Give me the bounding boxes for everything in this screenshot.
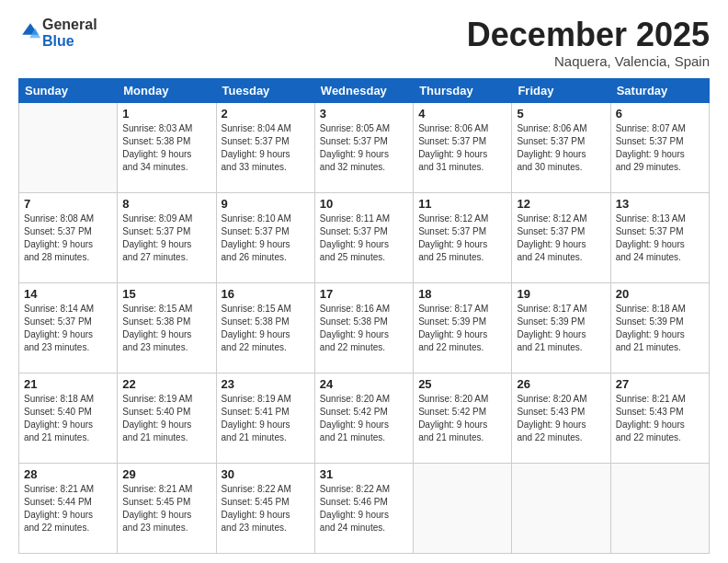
table-row: 9Sunrise: 8:10 AMSunset: 5:37 PMDaylight… [216, 192, 314, 282]
day-info: Sunrise: 8:15 AMSunset: 5:38 PMDaylight:… [222, 303, 310, 354]
day-number: 28 [24, 467, 112, 481]
day-info: Sunrise: 8:22 AMSunset: 5:45 PMDaylight:… [222, 483, 310, 534]
day-number: 16 [222, 287, 310, 301]
day-number: 1 [122, 107, 210, 121]
day-number: 24 [320, 377, 408, 391]
day-info: Sunrise: 8:04 AMSunset: 5:37 PMDaylight:… [222, 122, 310, 174]
day-info: Sunrise: 8:17 AMSunset: 5:39 PMDaylight:… [517, 303, 605, 354]
day-info: Sunrise: 8:22 AMSunset: 5:46 PMDaylight:… [320, 483, 408, 534]
day-info: Sunrise: 8:11 AMSunset: 5:37 PMDaylight:… [320, 213, 408, 264]
calendar-week-row: 14Sunrise: 8:14 AMSunset: 5:37 PMDayligh… [19, 282, 710, 373]
calendar-week-row: 21Sunrise: 8:18 AMSunset: 5:40 PMDayligh… [19, 373, 710, 463]
day-number: 31 [320, 467, 408, 481]
day-info: Sunrise: 8:21 AMSunset: 5:44 PMDaylight:… [24, 483, 112, 534]
day-info: Sunrise: 8:20 AMSunset: 5:42 PMDaylight:… [320, 393, 408, 444]
table-row: 22Sunrise: 8:19 AMSunset: 5:40 PMDayligh… [118, 373, 216, 463]
day-info: Sunrise: 8:05 AMSunset: 5:37 PMDaylight:… [320, 122, 408, 174]
table-row: 11Sunrise: 8:12 AMSunset: 5:37 PMDayligh… [414, 192, 512, 282]
table-row: 3Sunrise: 8:05 AMSunset: 5:37 PMDaylight… [314, 102, 413, 192]
day-info: Sunrise: 8:06 AMSunset: 5:37 PMDaylight:… [517, 122, 605, 174]
logo-blue: Blue [42, 33, 74, 49]
day-number: 25 [418, 377, 506, 391]
table-row: 14Sunrise: 8:14 AMSunset: 5:37 PMDayligh… [19, 282, 118, 373]
table-row [414, 463, 512, 553]
calendar-header-row: Sunday Monday Tuesday Wednesday Thursday… [19, 78, 710, 102]
day-number: 13 [616, 197, 704, 211]
day-number: 21 [24, 377, 112, 391]
day-number: 2 [222, 107, 310, 121]
day-info: Sunrise: 8:13 AMSunset: 5:37 PMDaylight:… [616, 213, 704, 264]
day-info: Sunrise: 8:21 AMSunset: 5:43 PMDaylight:… [616, 393, 704, 444]
day-number: 5 [517, 107, 605, 121]
table-row: 18Sunrise: 8:17 AMSunset: 5:39 PMDayligh… [414, 282, 512, 373]
table-row [512, 463, 610, 553]
day-number: 6 [616, 107, 704, 121]
table-row: 27Sunrise: 8:21 AMSunset: 5:43 PMDayligh… [610, 373, 709, 463]
day-number: 4 [418, 107, 506, 121]
day-number: 27 [616, 377, 704, 391]
day-info: Sunrise: 8:19 AMSunset: 5:41 PMDaylight:… [222, 393, 310, 444]
logo-general: General [42, 17, 97, 32]
table-row [19, 102, 118, 192]
day-number: 22 [122, 377, 210, 391]
day-number: 18 [418, 287, 506, 301]
day-info: Sunrise: 8:07 AMSunset: 5:37 PMDaylight:… [616, 122, 704, 174]
day-info: Sunrise: 8:03 AMSunset: 5:38 PMDaylight:… [122, 122, 210, 174]
page: General Blue December 2025 Naquera, Vale… [0, 0, 728, 563]
col-saturday: Saturday [610, 78, 709, 102]
table-row: 28Sunrise: 8:21 AMSunset: 5:44 PMDayligh… [19, 463, 118, 553]
col-monday: Monday [118, 78, 216, 102]
table-row: 26Sunrise: 8:20 AMSunset: 5:43 PMDayligh… [512, 373, 610, 463]
calendar-week-row: 7Sunrise: 8:08 AMSunset: 5:37 PMDaylight… [19, 192, 710, 282]
col-sunday: Sunday [19, 78, 118, 102]
day-number: 9 [222, 197, 310, 211]
day-info: Sunrise: 8:20 AMSunset: 5:43 PMDaylight:… [517, 393, 605, 444]
table-row: 17Sunrise: 8:16 AMSunset: 5:38 PMDayligh… [314, 282, 413, 373]
day-number: 17 [320, 287, 408, 301]
table-row: 20Sunrise: 8:18 AMSunset: 5:39 PMDayligh… [610, 282, 709, 373]
day-number: 26 [517, 377, 605, 391]
table-row: 7Sunrise: 8:08 AMSunset: 5:37 PMDaylight… [19, 192, 118, 282]
table-row: 23Sunrise: 8:19 AMSunset: 5:41 PMDayligh… [216, 373, 314, 463]
col-tuesday: Tuesday [216, 78, 314, 102]
table-row: 15Sunrise: 8:15 AMSunset: 5:38 PMDayligh… [118, 282, 216, 373]
table-row: 1Sunrise: 8:03 AMSunset: 5:38 PMDaylight… [118, 102, 216, 192]
table-row: 29Sunrise: 8:21 AMSunset: 5:45 PMDayligh… [118, 463, 216, 553]
location-subtitle: Naquera, Valencia, Spain [467, 53, 710, 69]
day-info: Sunrise: 8:14 AMSunset: 5:37 PMDaylight:… [24, 303, 112, 354]
calendar-week-row: 28Sunrise: 8:21 AMSunset: 5:44 PMDayligh… [19, 463, 710, 553]
table-row: 12Sunrise: 8:12 AMSunset: 5:37 PMDayligh… [512, 192, 610, 282]
table-row: 16Sunrise: 8:15 AMSunset: 5:38 PMDayligh… [216, 282, 314, 373]
day-info: Sunrise: 8:08 AMSunset: 5:37 PMDaylight:… [24, 213, 112, 264]
calendar-table: Sunday Monday Tuesday Wednesday Thursday… [18, 78, 710, 554]
header: General Blue December 2025 Naquera, Vale… [18, 17, 710, 69]
logo-icon [20, 21, 40, 41]
day-number: 30 [222, 467, 310, 481]
table-row: 6Sunrise: 8:07 AMSunset: 5:37 PMDaylight… [610, 102, 709, 192]
day-info: Sunrise: 8:17 AMSunset: 5:39 PMDaylight:… [418, 303, 506, 354]
table-row: 5Sunrise: 8:06 AMSunset: 5:37 PMDaylight… [512, 102, 610, 192]
day-info: Sunrise: 8:15 AMSunset: 5:38 PMDaylight:… [122, 303, 210, 354]
table-row: 4Sunrise: 8:06 AMSunset: 5:37 PMDaylight… [414, 102, 512, 192]
col-friday: Friday [512, 78, 610, 102]
day-info: Sunrise: 8:09 AMSunset: 5:37 PMDaylight:… [122, 213, 210, 264]
day-number: 3 [320, 107, 408, 121]
table-row: 25Sunrise: 8:20 AMSunset: 5:42 PMDayligh… [414, 373, 512, 463]
table-row [610, 463, 709, 553]
calendar-week-row: 1Sunrise: 8:03 AMSunset: 5:38 PMDaylight… [19, 102, 710, 192]
logo-text: General Blue [42, 17, 97, 51]
col-thursday: Thursday [414, 78, 512, 102]
col-wednesday: Wednesday [314, 78, 413, 102]
day-number: 7 [24, 197, 112, 211]
day-info: Sunrise: 8:12 AMSunset: 5:37 PMDaylight:… [517, 213, 605, 264]
day-info: Sunrise: 8:10 AMSunset: 5:37 PMDaylight:… [222, 213, 310, 264]
day-number: 11 [418, 197, 506, 211]
title-block: December 2025 Naquera, Valencia, Spain [467, 17, 710, 69]
table-row: 21Sunrise: 8:18 AMSunset: 5:40 PMDayligh… [19, 373, 118, 463]
table-row: 10Sunrise: 8:11 AMSunset: 5:37 PMDayligh… [314, 192, 413, 282]
day-number: 10 [320, 197, 408, 211]
day-number: 23 [222, 377, 310, 391]
day-number: 12 [517, 197, 605, 211]
day-number: 14 [24, 287, 112, 301]
table-row: 30Sunrise: 8:22 AMSunset: 5:45 PMDayligh… [216, 463, 314, 553]
